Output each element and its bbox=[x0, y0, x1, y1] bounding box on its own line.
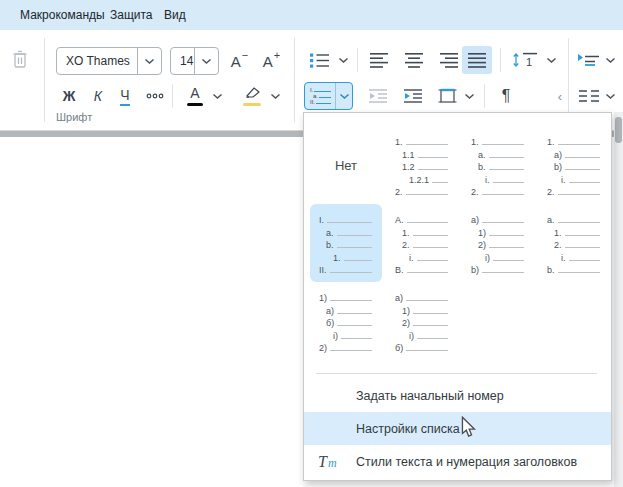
page-break-chevron[interactable] bbox=[603, 46, 617, 74]
dropdown-separator bbox=[316, 373, 597, 374]
tile-line-label: 1. bbox=[554, 228, 562, 239]
font-color-letter: А bbox=[190, 85, 199, 101]
tile-line-rule bbox=[341, 338, 372, 339]
align-left-button[interactable] bbox=[364, 46, 394, 74]
menu-item-view[interactable]: Вид bbox=[164, 8, 186, 22]
page-break-button[interactable] bbox=[575, 46, 603, 74]
tile-line: a. bbox=[547, 214, 600, 226]
line-spacing-value: 1 bbox=[526, 56, 532, 68]
line-spacing-chevron[interactable] bbox=[544, 46, 558, 74]
chevron-down-icon bbox=[213, 94, 222, 99]
tile-line: 2. bbox=[547, 186, 600, 198]
font-size-select[interactable]: 14 bbox=[170, 47, 219, 75]
columns-chevron[interactable] bbox=[603, 82, 617, 110]
menu-item-list-settings[interactable]: Настройки списка bbox=[304, 412, 611, 445]
tile-line-label: A. bbox=[395, 215, 404, 226]
tile-line-label: 2) bbox=[478, 240, 486, 251]
increase-font-size-button[interactable]: A+ bbox=[256, 49, 286, 73]
tile-line: 1.2.1 bbox=[395, 173, 448, 185]
toolbar-separator bbox=[44, 38, 45, 122]
minus-sign: − bbox=[242, 49, 248, 61]
tile-line-rule bbox=[413, 313, 448, 314]
chevron-down-icon bbox=[606, 58, 615, 63]
line-spacing-button[interactable]: 1 bbox=[508, 46, 544, 74]
tile-line-rule bbox=[413, 247, 448, 248]
font-color-button[interactable]: А bbox=[180, 82, 210, 110]
font-color-chevron[interactable] bbox=[210, 82, 224, 110]
tile-line: II. bbox=[319, 264, 372, 276]
toolbar-separator bbox=[172, 84, 173, 108]
numlist-icon-label: II. bbox=[310, 99, 315, 105]
vertical-scrollbar-thumb[interactable] bbox=[615, 117, 622, 143]
menu-item-text-styles[interactable]: TтСтили текста и нумерация заголовков bbox=[304, 445, 611, 478]
delete-button[interactable] bbox=[6, 46, 34, 74]
list-style-tile-2[interactable]: 1.a.b.i.2. bbox=[462, 126, 534, 204]
tile-line-label: i. bbox=[561, 175, 566, 186]
highlight-chevron[interactable] bbox=[268, 82, 282, 110]
menu-item-set-start-number[interactable]: Задать начальный номер bbox=[304, 379, 611, 412]
list-style-tile-8[interactable]: 1)a)б)i)2) bbox=[310, 282, 382, 360]
bold-button[interactable]: Ж bbox=[55, 82, 83, 110]
chevron-down-icon[interactable] bbox=[194, 48, 218, 74]
tile-line-rule bbox=[432, 182, 448, 183]
bullet-list-chevron[interactable] bbox=[336, 46, 350, 74]
menu-item-protection[interactable]: Защита bbox=[110, 8, 153, 22]
tile-line-label: 1) bbox=[402, 306, 410, 317]
menu-item-macros[interactable]: Макрокоманды bbox=[20, 8, 105, 22]
tile-line-rule bbox=[337, 325, 372, 326]
collapse-toolbar-button[interactable]: ‹ bbox=[554, 90, 566, 104]
italic-label: К bbox=[94, 88, 102, 104]
tile-line-label: 2. bbox=[554, 240, 562, 251]
chevron-down-icon bbox=[606, 94, 615, 99]
frame-chevron[interactable] bbox=[462, 82, 476, 110]
tile-line-label: 1.2.1 bbox=[409, 175, 429, 186]
tile-line-rule bbox=[406, 144, 448, 145]
highlight-color-button[interactable] bbox=[236, 82, 268, 110]
tile-line-rule bbox=[330, 300, 372, 301]
decrease-font-size-button[interactable]: A− bbox=[224, 49, 254, 73]
font-family-select[interactable]: XO Thames bbox=[56, 47, 162, 75]
align-right-button[interactable] bbox=[434, 46, 464, 74]
tile-line: 1) bbox=[471, 226, 524, 238]
tile-line-rule bbox=[482, 144, 524, 145]
increase-indent-button[interactable] bbox=[399, 82, 429, 110]
chevron-down-icon[interactable] bbox=[137, 48, 161, 74]
underline-button[interactable]: Ч bbox=[112, 82, 138, 110]
tile-line-rule bbox=[417, 338, 448, 339]
vertical-scrollbar[interactable] bbox=[614, 112, 623, 487]
formatting-marks-button[interactable]: ¶ bbox=[492, 82, 520, 110]
bullet-list-button[interactable] bbox=[305, 46, 335, 74]
list-style-tile-9[interactable]: a)1)2)i)б) bbox=[386, 282, 458, 360]
list-style-tile-1[interactable]: 1.1.11.21.2.12. bbox=[386, 126, 458, 204]
tile-line: a) bbox=[319, 304, 372, 316]
tile-line: 2. bbox=[395, 239, 448, 251]
more-text-options-button[interactable] bbox=[140, 82, 170, 110]
numlist-icon-rule bbox=[316, 103, 331, 104]
align-center-button[interactable] bbox=[399, 46, 429, 74]
decrease-indent-button[interactable] bbox=[364, 82, 394, 110]
tile-line-label: 1) bbox=[478, 228, 486, 239]
numbered-list-chevron[interactable] bbox=[335, 83, 352, 109]
plus-sign: + bbox=[274, 49, 280, 61]
font-size-value: 14 bbox=[171, 54, 194, 68]
tile-line-label: a) bbox=[554, 150, 562, 161]
numbered-list-button[interactable]: I. a. II. bbox=[304, 82, 353, 110]
list-style-tile-3[interactable]: 1.a)b)i.2. bbox=[538, 126, 610, 204]
justify-button[interactable] bbox=[462, 46, 492, 74]
tile-line-rule bbox=[489, 169, 524, 170]
tile-line-rule bbox=[565, 247, 600, 248]
tile-line-rule bbox=[413, 235, 448, 236]
toolbar-separator bbox=[357, 48, 358, 72]
columns-button[interactable] bbox=[575, 82, 603, 110]
tile-line: b. bbox=[471, 161, 524, 173]
list-style-tile-7[interactable]: a.1.2.i.b. bbox=[538, 204, 610, 282]
italic-button[interactable]: К bbox=[85, 82, 111, 110]
list-style-none[interactable]: Нет bbox=[310, 126, 382, 204]
list-style-tile-5[interactable]: A.1.2.i.B. bbox=[386, 204, 458, 282]
list-style-tile-6[interactable]: a)1)2)i)b) bbox=[462, 204, 534, 282]
tile-line-rule bbox=[407, 222, 448, 223]
tile-line: i. bbox=[547, 173, 600, 185]
tile-line-label: a. bbox=[326, 228, 334, 239]
list-style-tile-4[interactable]: I.a.b.1.II. bbox=[310, 204, 382, 282]
frame-button[interactable] bbox=[434, 82, 462, 110]
